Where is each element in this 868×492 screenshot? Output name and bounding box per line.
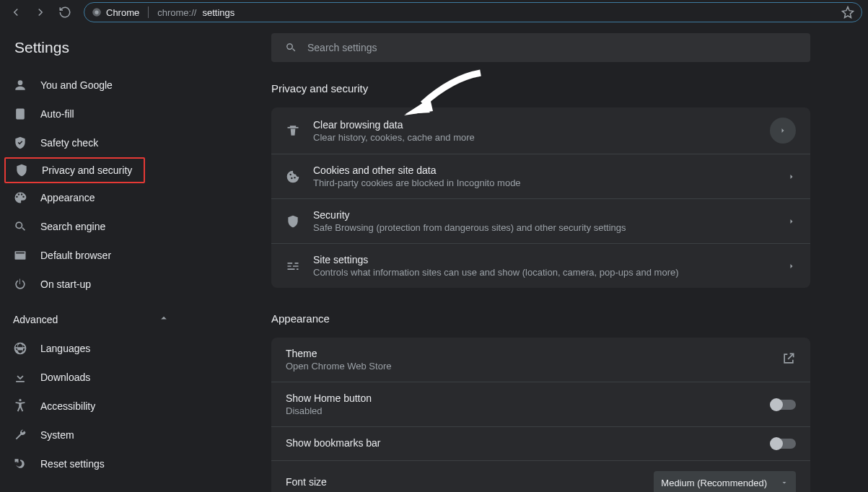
shield-check-icon [13,136,27,150]
restore-icon [13,457,27,471]
trash-icon [286,123,300,138]
url-path: settings [202,7,234,18]
settings-search[interactable] [271,33,810,62]
url-scheme: chrome:// [157,7,196,18]
sidebar-item-search-engine[interactable]: Search engine [0,212,170,241]
forward-button[interactable] [30,2,51,22]
download-icon [13,370,27,385]
sidebar-item-label: Accessibility [40,400,95,412]
sidebar-item-label: System [40,429,74,441]
sidebar-item-reset-settings[interactable]: Reset settings [0,449,170,478]
globe-icon [13,341,27,356]
row-subtitle: Controls what information sites can use … [313,267,774,278]
site-identity: Chrome [92,7,139,18]
privacy-security-card: Clear browsing data Clear history, cooki… [271,107,810,288]
row-title: Cookies and other site data [313,164,774,176]
row-title: Show Home button [286,392,758,404]
reload-button[interactable] [55,2,75,22]
sidebar-item-label: You and Google [40,79,113,91]
row-title: Site settings [313,254,774,265]
row-title: Theme [286,348,768,359]
open-external-icon [781,351,796,369]
row-theme[interactable]: Theme Open Chrome Web Store [271,338,810,382]
chrome-icon [92,7,102,17]
sidebar-item-label: Safety check [40,137,98,149]
chevron-right-icon [787,262,796,271]
section-heading-appearance: Appearance [271,312,810,325]
back-button[interactable] [6,2,26,22]
settings-content: Privacy and security Clear browsing data… [185,25,868,492]
search-icon [13,219,27,234]
row-clear-browsing-data[interactable]: Clear browsing data Clear history, cooki… [271,107,810,154]
sidebar-item-label: Search engine [40,221,105,232]
row-subtitle: Third-party cookies are blocked in Incog… [313,177,774,188]
chevron-right-icon [787,217,796,226]
chevron-right-icon [770,118,796,144]
row-title: Font size [286,476,641,488]
sidebar-item-autofill[interactable]: Auto-fill [0,100,170,128]
sidebar-item-label: Reset settings [40,458,105,470]
row-show-bookmarks-bar[interactable]: Show bookmarks bar [271,427,810,461]
sidebar-item-downloads[interactable]: Downloads [0,363,170,392]
sidebar-item-you-and-google[interactable]: You and Google [0,71,170,100]
sidebar-item-default-browser[interactable]: Default browser [0,241,170,270]
sidebar-item-label: Downloads [40,372,90,383]
appearance-card: Theme Open Chrome Web Store Show Home bu… [271,338,810,492]
row-subtitle: Safe Browsing (protection from dangerous… [313,222,774,233]
row-subtitle: Disabled [286,405,758,416]
search-icon [284,41,297,54]
settings-sidebar: Settings You and Google Auto-fill Safety… [0,25,185,492]
row-show-home-button[interactable]: Show Home button Disabled [271,382,810,427]
sidebar-title: Settings [0,39,185,71]
row-site-settings[interactable]: Site settings Controls what information … [271,244,810,288]
row-cookies[interactable]: Cookies and other site data Third-party … [271,154,810,199]
bookmark-star-icon[interactable] [841,6,854,19]
settings-search-input[interactable] [307,42,797,53]
browser-navigation-bar: Chrome chrome://settings [0,0,868,25]
sidebar-item-label: Languages [40,343,90,354]
shield-icon [14,163,29,177]
sidebar-item-safety-check[interactable]: Safety check [0,128,170,157]
sidebar-item-label: Appearance [40,192,95,203]
svg-point-1 [95,10,98,14]
row-title: Security [313,209,774,221]
sidebar-item-system[interactable]: System [0,421,170,449]
clipboard-icon [13,107,27,121]
sidebar-item-languages[interactable]: Languages [0,334,170,363]
row-title: Clear browsing data [313,119,757,131]
toggle-switch[interactable] [771,400,796,410]
person-icon [13,78,27,92]
palette-icon [13,190,27,205]
section-heading-privacy: Privacy and security [271,82,810,95]
chevron-right-icon [787,172,796,181]
font-size-select[interactable]: Medium (Recommended) [654,471,796,492]
sidebar-item-privacy-security[interactable]: Privacy and security [4,157,145,183]
sidebar-item-accessibility[interactable]: Accessibility [0,392,170,421]
site-identity-label: Chrome [106,7,139,18]
toggle-switch[interactable] [771,439,796,449]
cookie-icon [286,170,300,184]
accessibility-icon [13,399,27,413]
omnibox-divider [148,6,149,18]
chevron-down-icon [780,478,789,487]
row-title: Show bookmarks bar [286,437,758,449]
select-value: Medium (Recommended) [661,478,767,488]
sidebar-advanced-label: Advanced [13,314,58,325]
sidebar-item-label: On start-up [40,278,91,290]
sidebar-item-label: Default browser [40,250,111,261]
row-font-size[interactable]: Font size Medium (Recommended) [271,461,810,492]
sidebar-item-label: Auto-fill [40,108,74,120]
sidebar-item-appearance[interactable]: Appearance [0,183,170,212]
browser-icon [13,248,27,263]
wrench-icon [13,428,27,442]
row-subtitle: Clear history, cookies, cache and more [313,132,757,143]
sidebar-item-label: Privacy and security [42,164,132,176]
power-icon [13,277,27,291]
address-bar[interactable]: Chrome chrome://settings [84,2,862,22]
sidebar-advanced-toggle[interactable]: Advanced [0,303,185,334]
chevron-up-icon [157,312,170,327]
sidebar-item-on-startup[interactable]: On start-up [0,270,170,299]
row-security[interactable]: Security Safe Browsing (protection from … [271,199,810,244]
tune-icon [286,259,300,273]
row-subtitle: Open Chrome Web Store [286,361,768,372]
